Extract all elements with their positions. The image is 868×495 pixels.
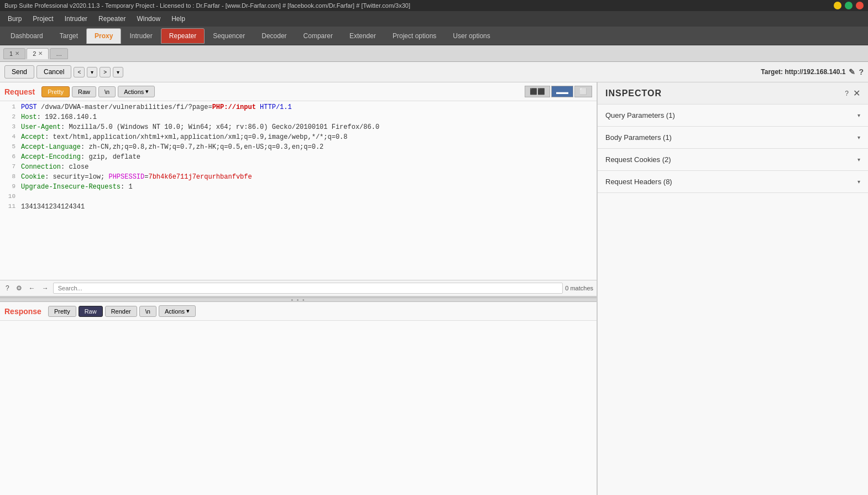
repeater-tab-1[interactable]: 1 ✕ <box>3 48 25 59</box>
inspector-section-body: Body Parameters (1) ▾ <box>598 127 868 149</box>
left-panel: Request Pretty Raw \n Actions ▾ ⬛⬛ ▬▬ ⬜ <box>0 82 597 495</box>
repeater-tab-more[interactable]: … <box>50 48 68 59</box>
request-tab-newline[interactable]: \n <box>98 86 116 97</box>
inspector-section-cookies-header[interactable]: Request Cookies (2) ▾ <box>598 149 868 170</box>
line-num-2: 2 <box>2 113 15 123</box>
repeater-tab-1-close[interactable]: ✕ <box>15 50 19 56</box>
menu-help[interactable]: Help <box>166 13 191 25</box>
inspector-section-body-title: Body Parameters (1) <box>605 133 854 142</box>
code-line-9: 9 Upgrade-Insecure-Requests: 1 <box>0 183 597 193</box>
cancel-button[interactable]: Cancel <box>36 65 71 79</box>
code-line-11: 11 1341341234124341 <box>0 203 597 213</box>
menu-burp[interactable]: Burp <box>2 13 27 25</box>
inspector-title: INSPECTOR <box>605 88 845 98</box>
tab-extender[interactable]: Extender <box>341 28 384 44</box>
request-tab-raw[interactable]: Raw <box>72 86 96 97</box>
panel-divider[interactable]: • • • <box>0 298 597 302</box>
inspector-section-headers-title: Request Headers (8) <box>605 178 854 186</box>
response-tab-raw[interactable]: Raw <box>79 306 103 317</box>
repeater-tab-2-label: 2 <box>33 50 36 57</box>
search-input[interactable] <box>53 283 563 294</box>
nav-tabs: Dashboard Target Proxy Intruder Repeater… <box>0 27 868 45</box>
request-title: Request <box>4 87 35 96</box>
maximize-btn[interactable] <box>845 2 853 9</box>
target-help-icon[interactable]: ? <box>859 67 864 76</box>
menu-project[interactable]: Project <box>27 13 59 25</box>
line-num-9: 9 <box>2 183 15 193</box>
tab-decoder[interactable]: Decoder <box>253 28 295 44</box>
send-button[interactable]: Send <box>4 65 34 79</box>
tab-proxy[interactable]: Proxy <box>86 28 121 44</box>
nav-forward-down-button[interactable]: ▾ <box>113 67 123 77</box>
inspector-section-headers-header[interactable]: Request Headers (8) ▾ <box>598 171 868 192</box>
response-actions-label: Actions <box>165 308 185 315</box>
line-num-11: 11 <box>2 203 15 213</box>
line-content-10 <box>21 193 594 203</box>
nav-down-button[interactable]: ▾ <box>87 67 97 77</box>
inspector-section-query-header[interactable]: Query Parameters (1) ▾ <box>598 105 868 126</box>
line-num-3: 3 <box>2 123 15 133</box>
inspector-close-icon[interactable]: ✕ <box>853 88 860 98</box>
request-tab-pretty[interactable]: Pretty <box>41 86 70 97</box>
tab-sequencer[interactable]: Sequencer <box>205 28 253 44</box>
menu-intruder[interactable]: Intruder <box>59 13 93 25</box>
inspector-section-body-chevron-icon: ▾ <box>857 134 860 140</box>
line-content-8: Cookie: security=low; PHPSESSID=7bh4k6e7… <box>21 173 594 183</box>
code-line-3: 3 User-Agent: Mozilla/5.0 (Windows NT 10… <box>0 123 597 133</box>
repeater-tab-2[interactable]: 2 ✕ <box>27 48 49 59</box>
view-split-horizontal-btn[interactable]: ▬▬ <box>551 86 573 97</box>
tab-dashboard[interactable]: Dashboard <box>2 28 51 44</box>
request-section: Request Pretty Raw \n Actions ▾ ⬛⬛ ▬▬ ⬜ <box>0 82 597 298</box>
line-num-8: 8 <box>2 173 15 183</box>
inspector-section-cookies: Request Cookies (2) ▾ <box>598 149 868 171</box>
response-header: Response Pretty Raw Render \n Actions ▾ <box>0 302 597 321</box>
view-split-vertical-btn[interactable]: ⬛⬛ <box>525 86 550 97</box>
search-settings-icon[interactable]: ⚙ <box>14 283 24 293</box>
response-title: Response <box>4 307 41 316</box>
close-btn[interactable] <box>856 2 864 9</box>
line-num-6: 6 <box>2 153 15 163</box>
title-bar: Burp Suite Professional v2020.11.3 - Tem… <box>0 0 868 11</box>
response-body[interactable] <box>0 321 597 495</box>
view-single-btn[interactable]: ⬜ <box>574 86 592 97</box>
tab-repeater[interactable]: Repeater <box>161 28 205 44</box>
tab-project-options[interactable]: Project options <box>384 28 445 44</box>
title-text: Burp Suite Professional v2020.11.3 - Tem… <box>4 2 410 9</box>
tab-intruder[interactable]: Intruder <box>121 28 160 44</box>
inspector-help-icon[interactable]: ? <box>845 90 849 97</box>
view-toggle: ⬛⬛ ▬▬ ⬜ <box>525 86 592 97</box>
search-back-icon[interactable]: ← <box>27 283 38 293</box>
response-tab-newline[interactable]: \n <box>139 306 156 317</box>
search-forward-icon[interactable]: → <box>40 283 51 293</box>
inspector-section-query: Query Parameters (1) ▾ <box>598 105 868 127</box>
line-content-6: Accept-Encoding: gzip, deflate <box>21 153 594 163</box>
request-code-editor[interactable]: 1 POST /dvwa/DVWA-master/vulnerabilities… <box>0 101 597 280</box>
inspector-section-body-header[interactable]: Body Parameters (1) ▾ <box>598 127 868 148</box>
inspector-panel: INSPECTOR ? ✕ Query Parameters (1) ▾ Bod… <box>597 82 868 495</box>
response-actions-button[interactable]: Actions ▾ <box>159 305 196 317</box>
response-tab-pretty[interactable]: Pretty <box>48 306 76 317</box>
request-actions-chevron-icon: ▾ <box>145 88 149 95</box>
search-help-icon[interactable]: ? <box>3 283 12 293</box>
response-actions-chevron-icon: ▾ <box>186 308 190 315</box>
inspector-section-cookies-chevron-icon: ▾ <box>857 157 860 163</box>
window-controls[interactable] <box>834 2 864 9</box>
repeater-tab-2-close[interactable]: ✕ <box>38 50 43 56</box>
nav-forward-button[interactable]: > <box>100 67 111 77</box>
target-info: Target: http://192.168.140.1 ✎ ? <box>761 67 864 76</box>
request-actions-label: Actions <box>124 88 144 95</box>
inspector-header: INSPECTOR ? ✕ <box>598 82 868 105</box>
response-tab-render[interactable]: Render <box>105 306 137 317</box>
tab-comparer[interactable]: Comparer <box>295 28 341 44</box>
menu-window[interactable]: Window <box>131 13 166 25</box>
line-num-4: 4 <box>2 133 15 143</box>
minimize-btn[interactable] <box>834 2 841 9</box>
request-actions-button[interactable]: Actions ▾ <box>118 86 155 97</box>
line-content-11: 1341341234124341 <box>21 203 594 213</box>
menu-repeater[interactable]: Repeater <box>93 13 131 25</box>
tab-target[interactable]: Target <box>51 28 86 44</box>
nav-back-button[interactable]: < <box>74 67 85 77</box>
edit-target-icon[interactable]: ✎ <box>849 67 855 76</box>
tab-user-options[interactable]: User options <box>445 28 498 44</box>
inspector-section-headers: Request Headers (8) ▾ <box>598 171 868 193</box>
